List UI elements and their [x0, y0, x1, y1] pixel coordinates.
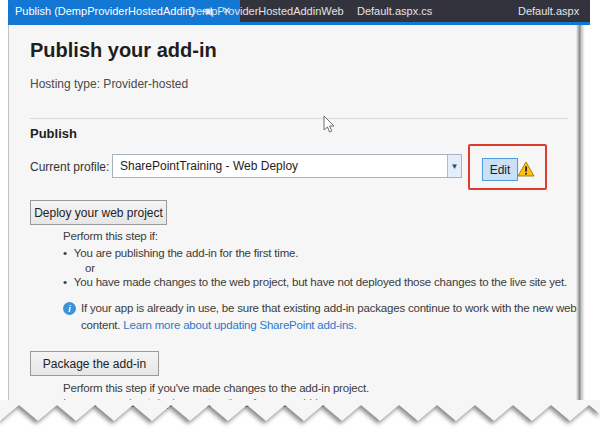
hosting-type-text: Hosting type: Provider-hosted: [30, 77, 188, 91]
note-line-2: content.: [81, 319, 123, 331]
package-note-text: Perform this step if you've made changes…: [63, 382, 369, 394]
tab-default-aspx-cs[interactable]: Default.aspx.cs: [357, 0, 432, 22]
update-note: If your app is already in use, be sure t…: [81, 300, 576, 334]
publish-designer-page: Publish your add-in Hosting type: Provid…: [8, 25, 578, 403]
page-title: Publish your add-in: [30, 39, 217, 62]
profile-combobox-value: SharePointTraining - Web Deploy: [113, 155, 447, 177]
deploy-bullet-2: • You have made changes to the web proje…: [63, 276, 567, 288]
info-icon: i: [63, 302, 76, 315]
deploy-bullet-1: • You are publishing the add-in for the …: [63, 247, 298, 259]
tab-default-aspx[interactable]: Default.aspx: [518, 0, 579, 22]
torn-edge-decoration: [0, 400, 600, 433]
deploy-intro-text: Perform this step if:: [63, 230, 158, 242]
tab-publish-label: Publish (DempProviderHostedAddin): [15, 0, 195, 22]
mouse-pointer-icon: [322, 115, 336, 135]
active-tab-accent-line: [8, 22, 590, 25]
package-addin-button[interactable]: Package the add-in: [30, 351, 159, 376]
note-line-1: If your app is already in use, be sure t…: [81, 302, 576, 314]
publish-section-title: Publish: [30, 126, 77, 141]
publish-page-screenshot: Publish (DempProviderHostedAddin) ✕ Demp…: [0, 0, 600, 433]
bullet-icon: •: [63, 276, 67, 288]
window-right-edge-shadow: [576, 25, 585, 403]
document-tab-bar: Publish (DempProviderHostedAddin) ✕ Demp…: [8, 0, 590, 22]
section-divider: [30, 118, 568, 119]
profile-combobox[interactable]: SharePointTraining - Web Deploy ▼: [112, 154, 462, 178]
tab-web-project[interactable]: DempProviderHostedAddinWeb: [188, 0, 344, 22]
deploy-web-project-button[interactable]: Deploy your web project: [30, 200, 167, 225]
annotation-highlight-rectangle: [468, 144, 547, 190]
current-profile-label: Current profile:: [30, 160, 109, 174]
bullet-icon: •: [63, 247, 67, 259]
updating-addins-link[interactable]: Learn more about updating SharePoint add…: [123, 319, 356, 331]
or-text: or: [85, 262, 95, 274]
chevron-down-icon[interactable]: ▼: [447, 155, 461, 177]
